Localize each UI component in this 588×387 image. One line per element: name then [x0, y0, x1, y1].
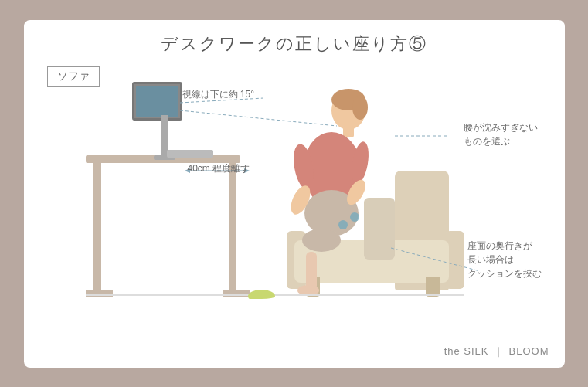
brand-bloom: BLOOM: [509, 345, 549, 357]
svg-point-14: [338, 220, 348, 229]
desk-left-leg: [93, 163, 101, 294]
svg-point-13: [350, 212, 359, 222]
monitor-inner: [136, 86, 178, 117]
annotation-cushion: 座面の奥行きが長い場合はクッションを挟む: [467, 239, 542, 280]
svg-point-10: [302, 229, 341, 252]
annotation-back-support: 腰が沈みすぎないものを選ぶ: [464, 121, 538, 148]
brand-silk: the SILK: [444, 345, 489, 357]
desk-right-leg: [229, 163, 236, 294]
monitor-screen: [132, 82, 182, 121]
footer-divider: ｜: [494, 345, 505, 358]
illustration-area: 視線は下に約 15° 40cm 程度離す 腰が沈みすぎないものを選ぶ 座面の奥行…: [39, 63, 549, 337]
keyboard: [167, 150, 213, 158]
person-illustration: [240, 86, 387, 294]
annotation-distance: 40cm 程度離す: [188, 161, 250, 175]
svg-rect-11: [306, 252, 317, 290]
main-card: デスクワークの正しい座り方⑤ ソファ: [24, 20, 565, 368]
svg-point-2: [352, 95, 368, 120]
footer: the SILK ｜ BLOOM: [444, 345, 549, 358]
annotation-line-of-sight: 視線は下に約 15°: [182, 87, 254, 101]
page-title: デスクワークの正しい座り方⑤: [24, 20, 565, 62]
svg-rect-3: [343, 126, 354, 137]
floor-line: [86, 294, 464, 296]
